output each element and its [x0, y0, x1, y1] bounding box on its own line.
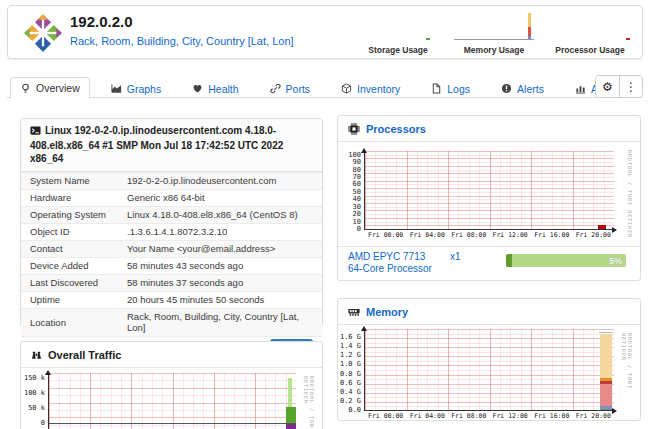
system-info-row-contact: Contact Your Name <your@email.address>: [21, 240, 322, 257]
graph-series-bar: [599, 332, 613, 333]
kebab-menu-icon: ⋮: [625, 80, 637, 94]
tab-overview[interactable]: Overview: [10, 77, 90, 99]
minigraph-label: Processor Usage: [555, 45, 624, 55]
system-info-row-hardware: Hardware Generic x86 64-bit: [21, 189, 322, 206]
terminal-icon: [30, 125, 41, 139]
gear-icon: ⚙: [602, 80, 613, 94]
y-axis-tick: 1.4 G: [340, 342, 361, 350]
y-axis-tick: 0.4 G: [340, 388, 361, 396]
header-minigraph-processor-usage[interactable]: Processor Usage: [548, 12, 632, 55]
tab-alerts[interactable]: Alerts: [491, 77, 554, 99]
x-axis-tick: Fri 16:00: [534, 412, 569, 420]
graph-series-bar: [286, 407, 296, 422]
system-info-panel: Linux 192-0-2-0.ip.linodeusercontent.com…: [20, 118, 323, 327]
device-tabs-nav: Overview Graphs Health Ports Inventory L…: [7, 75, 643, 98]
x-axis-tick: Fri 00:00: [368, 231, 403, 239]
y-axis-tick: 0.8 G: [340, 370, 361, 378]
memory-header[interactable]: Memory: [338, 299, 640, 325]
binoculars-icon: [31, 349, 42, 360]
tab-logs[interactable]: Logs: [421, 77, 480, 99]
cpu-icon: [348, 123, 360, 135]
tab-health[interactable]: Health: [182, 77, 248, 99]
y-axis-tick: 1.0 G: [340, 360, 361, 368]
area-chart-icon: [111, 83, 122, 94]
header-minigraph-storage-usage[interactable]: Storage Usage: [356, 12, 440, 55]
y-axis-tick: 0.0: [348, 406, 361, 414]
cpu-usage-bar: 5%: [506, 254, 626, 267]
tab-list: Overview Graphs Health Ports Inventory L…: [7, 75, 643, 98]
centos-logo: [24, 14, 62, 52]
settings-gear-button[interactable]: ⚙: [596, 76, 619, 97]
rrdtool-watermark: RRDTOOL / TOBI OETIKER: [621, 333, 633, 421]
y-axis-tick: 0.2 G: [340, 397, 361, 405]
zero-line: [49, 423, 296, 424]
file-icon: [431, 83, 442, 94]
device-name: 192.0.2.0: [70, 13, 133, 30]
system-info-row-device-added: Device Added 58 minutes 43 seconds ago: [21, 257, 322, 274]
overall-traffic-header: Overall Traffic: [21, 342, 322, 368]
minigraph-sparkline: [452, 12, 536, 44]
x-axis-tick: Fri 08:00: [451, 231, 486, 239]
system-info-row-uptime: Uptime 20 hours 45 minutes 50 seconds: [21, 291, 322, 308]
traffic-plot-area: 050 k100 k150 k: [48, 373, 296, 429]
link-icon: [270, 83, 281, 94]
y-axis-tick: 1.2 G: [340, 351, 361, 359]
processors-panel: Processors 1009080706050403020100Fri 00:…: [337, 115, 641, 281]
tab-graphs[interactable]: Graphs: [101, 77, 171, 99]
system-info-row-object-id: Object ID .1.3.6.1.4.1.8072.3.2.10: [21, 223, 322, 240]
overall-traffic-graph[interactable]: 050 k100 k150 k RRDTOOL / TOBI OETIKER: [21, 368, 322, 429]
cube-icon: [341, 83, 352, 94]
x-axis-tick: Fri 20:00: [576, 231, 611, 239]
more-options-button[interactable]: ⋮: [619, 76, 642, 97]
tab-ports[interactable]: Ports: [260, 77, 321, 99]
x-axis-tick: Fri 20:00: [576, 412, 611, 420]
x-axis-tick: Fri 08:00: [451, 412, 486, 420]
y-axis-tick: 1.6 G: [340, 333, 361, 341]
y-axis-tick: 0: [41, 419, 45, 427]
bar-chart-icon: [575, 83, 586, 94]
x-axis-tick: Fri 04:00: [410, 412, 445, 420]
processors-plot-area: 1009080706050403020100Fri 00:00Fri 04:00…: [364, 151, 614, 230]
memory-icon: [348, 306, 360, 317]
cpu-name-link[interactable]: AMD EPYC 7713: [348, 251, 425, 262]
system-info-row-system-name: System Name 192-0-2-0.ip.linodeuserconte…: [21, 172, 322, 189]
header-minigraph-memory-usage[interactable]: Memory Usage: [452, 12, 536, 55]
graph-series-bar: [598, 225, 606, 229]
system-info-row-operating-system: Operating System Linux 4.18.0-408.el8.x8…: [21, 206, 322, 223]
memory-graph[interactable]: 1.6 G1.4 G1.2 G1.0 G0.8 G0.6 G0.4 G0.2 G…: [338, 325, 640, 421]
rrdtool-watermark: RRDTOOL / TOBI OETIKER: [627, 150, 633, 238]
y-axis-tick: 0.6 G: [340, 379, 361, 387]
lightbulb-icon: [20, 83, 31, 94]
cpu-usage-fill: [506, 254, 512, 267]
rrdtool-watermark: RRDTOOL / TOBI OETIKER: [303, 376, 315, 429]
cpu-count: x1: [450, 251, 461, 262]
system-info-row-last-discovered: Last Discovered 58 minutes 37 seconds ag…: [21, 274, 322, 291]
overall-traffic-panel: Overall Traffic 050 k100 k150 k RRDTOOL …: [20, 341, 323, 429]
minigraph-sparkline: [548, 12, 632, 44]
heart-icon: [192, 83, 203, 94]
graph-series-bar: [600, 409, 611, 410]
minigraph-sparkline: [356, 12, 440, 44]
nav-button-group: ⚙ ⋮: [595, 75, 643, 98]
processors-graph[interactable]: 1009080706050403020100Fri 00:00Fri 04:00…: [338, 142, 640, 246]
device-header-card: 192.0.2.0 Rack, Room, Building, City, Co…: [7, 5, 643, 59]
y-axis-tick: 50 k: [28, 404, 45, 412]
processors-header[interactable]: Processors: [338, 116, 640, 142]
graph-series-bar: [599, 329, 613, 330]
system-info-table: System Name 192-0-2-0.ip.linodeuserconte…: [21, 172, 322, 336]
y-axis-tick: 150 k: [24, 374, 45, 382]
graph-series-bar: [600, 384, 611, 406]
memory-panel: Memory 1.6 G1.4 G1.2 G1.0 G0.8 G0.6 G0.4…: [337, 298, 641, 421]
minigraph-label: Memory Usage: [464, 45, 524, 55]
cpu-usage-percent: 5%: [609, 256, 622, 266]
system-info-row-location: Location Rack, Room, Building, City, Cou…: [21, 308, 322, 336]
x-axis-tick: Fri 00:00: [368, 412, 403, 420]
memory-plot-area: 1.6 G1.4 G1.2 G1.0 G0.8 G0.6 G0.4 G0.2 G…: [364, 329, 614, 411]
x-axis-tick: Fri 16:00: [534, 231, 569, 239]
tab-inventory[interactable]: Inventory: [331, 77, 410, 99]
system-title: Linux 192-0-2-0.ip.linodeusercontent.com…: [21, 119, 322, 172]
minigraph-label: Storage Usage: [368, 45, 428, 55]
exclamation-circle-icon: [501, 83, 512, 94]
device-location-link[interactable]: Rack, Room, Building, City, Country [Lat…: [70, 35, 294, 47]
x-axis-tick: Fri 12:00: [493, 412, 528, 420]
